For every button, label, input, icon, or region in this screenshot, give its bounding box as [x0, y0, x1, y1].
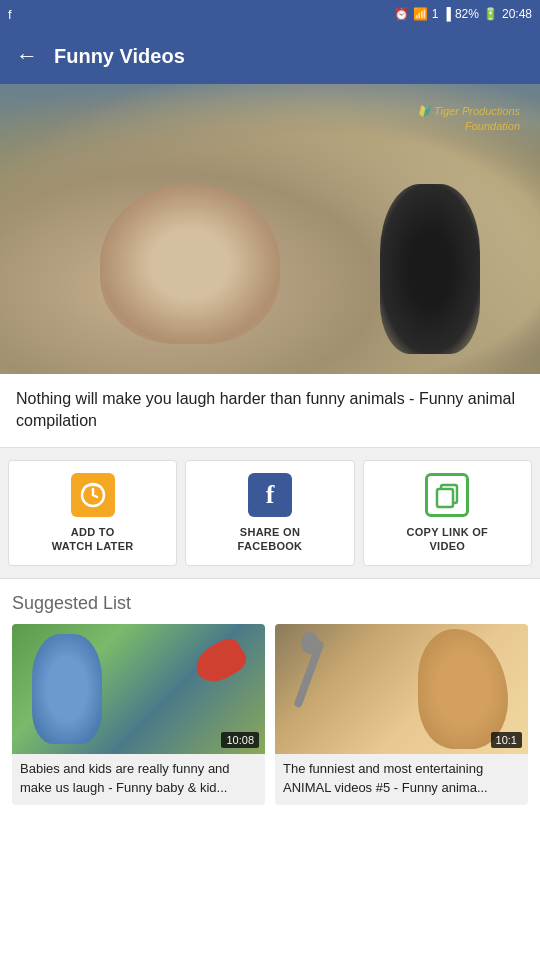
app-bar-title: Funny Videos — [54, 45, 185, 68]
svg-rect-2 — [437, 489, 453, 507]
kid-shoe — [190, 634, 251, 689]
facebook-icon-container: f — [248, 473, 292, 517]
wifi-icon: 📶 — [413, 7, 428, 21]
time: 20:48 — [502, 7, 532, 21]
battery-icon: 🔋 — [483, 7, 498, 21]
suggested-caption-2: The funniest and most entertaining ANIMA… — [275, 754, 528, 804]
action-buttons: ADD TOWATCH LATER f SHARE ONFACEBOOK COP… — [0, 448, 540, 580]
dog-shape — [100, 184, 280, 344]
suggested-thumb-2: 10:1 — [275, 624, 528, 754]
alarm-icon: ⏰ — [394, 7, 409, 21]
video-thumbnail[interactable]: 🔰 Tiger ProductionsFoundation — [0, 84, 540, 374]
watch-later-icon — [71, 473, 115, 517]
sim-icon: 1 — [432, 7, 439, 21]
kid-shape — [32, 634, 102, 744]
share-facebook-label: SHARE ONFACEBOOK — [238, 525, 303, 554]
duration-badge-2: 10:1 — [491, 732, 522, 748]
duration-badge-1: 10:08 — [221, 732, 259, 748]
copy-link-icon — [425, 473, 469, 517]
fb-icon: f — [8, 7, 12, 22]
back-button[interactable]: ← — [16, 43, 38, 69]
suggested-title: Suggested List — [12, 593, 528, 614]
suggested-item-2[interactable]: 10:1 The funniest and most entertaining … — [275, 624, 528, 804]
copy-link-button[interactable]: COPY LINK OFVIDEO — [363, 460, 532, 567]
cat2-shape — [418, 629, 508, 749]
watch-later-icon-container — [71, 473, 115, 517]
signal-icon: ▐ — [442, 7, 451, 21]
watch-later-button[interactable]: ADD TOWATCH LATER — [8, 460, 177, 567]
cat-shape — [380, 184, 480, 354]
suggested-grid: 10:08 Babies and kids are really funny a… — [12, 624, 528, 804]
status-bar-left: f — [8, 7, 12, 22]
video-description: Nothing will make you laugh harder than … — [0, 374, 540, 448]
facebook-icon: f — [248, 473, 292, 517]
suggested-thumb-1: 10:08 — [12, 624, 265, 754]
suggested-item-1[interactable]: 10:08 Babies and kids are really funny a… — [12, 624, 265, 804]
copy-link-icon-container — [425, 473, 469, 517]
suggested-section: Suggested List 10:08 Babies and kids are… — [0, 579, 540, 812]
video-description-text: Nothing will make you laugh harder than … — [16, 390, 515, 429]
app-bar: ← Funny Videos — [0, 28, 540, 84]
video-scene: 🔰 Tiger ProductionsFoundation — [0, 84, 540, 374]
status-bar-right: ⏰ 📶 1 ▐ 82% 🔋 20:48 — [394, 7, 532, 21]
watch-later-label: ADD TOWATCH LATER — [52, 525, 134, 554]
status-bar: f ⏰ 📶 1 ▐ 82% 🔋 20:48 — [0, 0, 540, 28]
video-watermark: 🔰 Tiger ProductionsFoundation — [417, 104, 520, 135]
battery-text: 82% — [455, 7, 479, 21]
copy-link-label: COPY LINK OFVIDEO — [407, 525, 489, 554]
share-facebook-button[interactable]: f SHARE ONFACEBOOK — [185, 460, 354, 567]
suggested-caption-1: Babies and kids are really funny and mak… — [12, 754, 265, 804]
